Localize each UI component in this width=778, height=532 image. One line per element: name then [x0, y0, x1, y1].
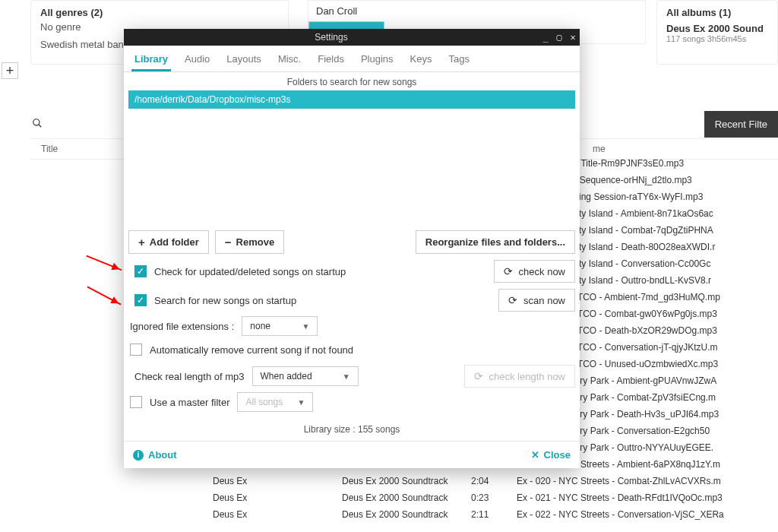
- albums-panel: All albums (1) Deus Ex 2000 Sound 117 so…: [656, 0, 778, 65]
- about-link[interactable]: iAbout: [133, 449, 177, 461]
- add-folder-button[interactable]: +Add folder: [128, 230, 209, 254]
- genres-title: All genres (2): [40, 7, 279, 18]
- recent-filter-button[interactable]: Recent Filte: [704, 111, 778, 138]
- settings-dialog: Settings _ ▢ ✕ LibraryAudioLayoutsMisc.F…: [124, 29, 580, 468]
- checkbox-auto-remove[interactable]: [130, 344, 142, 356]
- search-new-label: Search for new songs on startup: [154, 295, 296, 306]
- refresh-icon: [474, 370, 483, 382]
- track-row[interactable]: Deus ExDeus Ex 2000 Soundtrack2:11Ex - 0…: [213, 506, 778, 523]
- tab-keys[interactable]: Keys: [407, 50, 435, 71]
- plus-icon: +: [138, 237, 145, 247]
- track-row[interactable]: Deus ExDeus Ex 2000 Soundtrack0:23Ex - 0…: [213, 489, 778, 506]
- close-x-icon: ✕: [531, 449, 539, 461]
- close-icon[interactable]: ✕: [566, 32, 580, 43]
- master-filter-label: Use a master filter: [150, 397, 229, 408]
- tab-tags[interactable]: Tags: [445, 50, 472, 71]
- scan-now-button[interactable]: scan now: [498, 289, 575, 312]
- remove-folder-button[interactable]: −Remove: [215, 230, 284, 254]
- check-length-button: check length now: [464, 365, 575, 388]
- refresh-icon: [508, 294, 517, 306]
- real-length-select[interactable]: When added▼: [252, 366, 359, 386]
- maximize-icon[interactable]: ▢: [552, 32, 566, 43]
- library-size-label: Library size : 155 songs: [124, 416, 580, 441]
- chevron-down-icon: ▼: [298, 398, 305, 407]
- tab-fields[interactable]: Fields: [315, 50, 347, 71]
- close-link[interactable]: ✕Close: [531, 449, 571, 461]
- track-row[interactable]: Deus ExDeus Ex 2000 Soundtrack2:04Ex - 0…: [213, 473, 778, 489]
- refresh-icon: [504, 265, 513, 277]
- dialog-title: Settings: [124, 32, 539, 43]
- search-icon[interactable]: [27, 118, 48, 131]
- real-length-label: Check real length of mp3: [134, 371, 245, 382]
- minimize-icon[interactable]: _: [539, 32, 552, 43]
- folder-path-selected[interactable]: /home/derrik/Data/Dropbox/misc-mp3s: [128, 90, 575, 109]
- checkbox-master-filter[interactable]: [130, 396, 142, 408]
- album-meta: 117 songs 3h56m45s: [666, 34, 768, 43]
- ignored-ext-select[interactable]: none▼: [242, 316, 318, 336]
- minus-icon: −: [225, 237, 232, 247]
- artist-row[interactable]: Dan Croll: [308, 1, 645, 21]
- folders-heading: Folders to search for new songs: [124, 72, 580, 90]
- tab-misc[interactable]: Misc.: [275, 50, 304, 71]
- add-button[interactable]: +: [2, 62, 18, 79]
- album-name[interactable]: Deus Ex 2000 Sound: [666, 23, 768, 34]
- ignored-ext-label: Ignored file extensions :: [130, 321, 234, 332]
- dialog-titlebar[interactable]: Settings _ ▢ ✕: [124, 29, 580, 46]
- chevron-down-icon: ▼: [302, 322, 309, 331]
- tab-audio[interactable]: Audio: [182, 50, 213, 71]
- checkbox-check-updated[interactable]: ✓: [134, 265, 147, 277]
- checkbox-search-new[interactable]: ✓: [134, 294, 147, 306]
- tab-layouts[interactable]: Layouts: [223, 50, 264, 71]
- svg-line-1: [39, 125, 42, 128]
- tab-plugins[interactable]: Plugins: [358, 50, 397, 71]
- settings-tabs: LibraryAudioLayoutsMisc.FieldsPluginsKey…: [124, 46, 580, 72]
- albums-title: All albums (1): [666, 7, 768, 18]
- auto-remove-label: Automatically remove current song if not…: [150, 344, 353, 356]
- check-now-button[interactable]: check now: [494, 260, 575, 283]
- tab-library[interactable]: Library: [131, 50, 171, 71]
- master-filter-select: All songs▼: [237, 392, 313, 412]
- check-updated-label: Check for updated/deleted songs on start…: [154, 266, 346, 277]
- info-icon: i: [133, 450, 144, 461]
- chevron-down-icon: ▼: [343, 372, 350, 381]
- svg-point-0: [33, 119, 40, 125]
- reorganize-button[interactable]: Reorganize files and folders...: [416, 230, 575, 254]
